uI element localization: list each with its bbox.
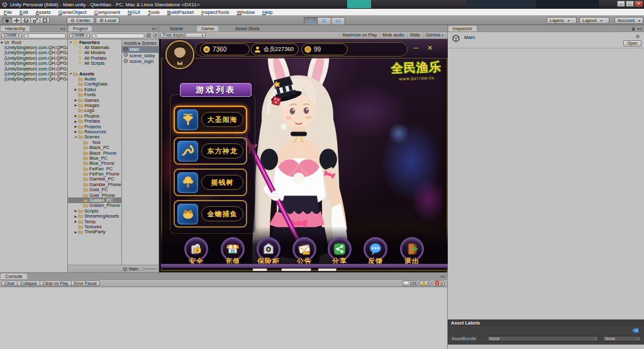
folder-item[interactable]: _Test	[68, 140, 121, 145]
console-button-collapse[interactable]: Collapse	[18, 280, 40, 286]
folder-item[interactable]: Logs	[68, 108, 121, 113]
menu-buildpacket[interactable]: BuildPacket	[164, 9, 197, 16]
folder-item[interactable]: All Prefabs	[68, 55, 121, 60]
hierarchy-item[interactable]: (UnitySingleton) com.QH.QPGam	[0, 45, 67, 50]
panel-menu-icon[interactable]: ▾≡	[60, 26, 66, 31]
layout-dropdown[interactable]: Layout▾	[579, 17, 609, 24]
nav-item-chat[interactable]: 反馈	[359, 237, 392, 266]
folder-item[interactable]: ▶Projects	[68, 124, 121, 129]
tab-project[interactable]: Project	[69, 26, 92, 32]
foldout-arrow-icon[interactable]: ▶	[74, 114, 78, 118]
play-button[interactable]	[304, 17, 318, 25]
folder-item[interactable]: ▶Images	[68, 102, 121, 108]
nav-item-exit[interactable]: 退出	[396, 237, 428, 266]
menu-edit[interactable]: Edit	[16, 9, 32, 16]
folder-item[interactable]: Blue_Phone	[68, 161, 121, 166]
window-minimize-button[interactable]: –	[617, 1, 625, 7]
console-warning-toggle[interactable]: 0	[419, 280, 431, 286]
hierarchy-item[interactable]: (UnitySingleton) com.QH.QPGam	[0, 66, 67, 71]
game-view-button-mute-audio[interactable]: Mute audio	[379, 33, 407, 38]
folder-item[interactable]: All Models	[68, 50, 121, 55]
hierarchy-item[interactable]: (UnitySingleton) com.QH.QPGam	[0, 50, 67, 55]
foldout-arrow-icon[interactable]: ▼	[69, 72, 73, 75]
hierarchy-item[interactable]: (UnitySingleton) com.QH.QPGam	[0, 77, 67, 82]
splitter[interactable]	[67, 25, 68, 272]
folder-item[interactable]: ▼Scenes	[68, 135, 121, 140]
account-dropdown[interactable]: Account▾	[614, 17, 643, 24]
nav-item-lock[interactable]: 安全	[180, 237, 213, 266]
folder-item[interactable]: ▶ThirdParty	[68, 230, 121, 235]
foldout-arrow-icon[interactable]: ▶	[74, 130, 78, 133]
hierarchy-search-input[interactable]	[31, 33, 64, 38]
move-tool-button[interactable]	[12, 17, 21, 24]
folder-item[interactable]: Golden_Phone	[68, 203, 121, 208]
nav-item-envelope[interactable]: 公告	[288, 237, 321, 266]
folder-item[interactable]: Blue_PC	[68, 155, 121, 160]
folder-item[interactable]: Black_PC	[68, 145, 121, 150]
hierarchy-item[interactable]: (UnitySingleton) com.QH.QPGam	[0, 61, 67, 66]
window-maximize-button[interactable]: □	[626, 1, 634, 7]
panel-menu-icon[interactable]: ▾≡	[440, 274, 446, 279]
step-button[interactable]	[331, 17, 345, 25]
foldout-arrow-icon[interactable]: ▶	[74, 125, 78, 128]
menu-ngui[interactable]: NGUI	[124, 9, 144, 16]
foldout-arrow-icon[interactable]: ▶	[74, 209, 78, 213]
folder-item[interactable]: Fonts	[68, 92, 121, 97]
folder-item[interactable]: All Scripts	[68, 61, 121, 66]
project-search-input[interactable]	[99, 33, 142, 38]
foldout-arrow-icon[interactable]: ▶	[74, 214, 78, 218]
foldout-arrow-icon[interactable]: ▶	[74, 98, 78, 102]
lock-icon[interactable]	[631, 26, 635, 31]
folder-item[interactable]: Audio	[68, 76, 121, 81]
console-button-error-pause[interactable]: Error Pause	[72, 280, 100, 286]
folder-item[interactable]: ▶Editor	[68, 87, 121, 92]
aspect-dropdown[interactable]: Free Aspect▾	[160, 33, 206, 38]
game-button-golden-toad[interactable]: 金蟾捕鱼	[174, 200, 247, 228]
assetbundle-dropdown[interactable]: None▾	[487, 336, 599, 341]
foldout-arrow-icon[interactable]: ▼	[74, 135, 78, 139]
folder-item[interactable]: Black_Phone	[68, 150, 121, 155]
game-view-button-maximize-on-play[interactable]: Maximize on Play	[339, 33, 379, 38]
folder-item[interactable]: ▶Prefabs	[68, 118, 121, 123]
nav-item-safe[interactable]: 保险柜	[252, 237, 285, 266]
menu-gameobject[interactable]: GameObject	[55, 9, 91, 16]
hierarchy-item[interactable]: (UnitySingleton) com.QH.QPGam	[0, 71, 67, 76]
console-button-clear[interactable]: Clear	[1, 280, 18, 286]
folder-item[interactable]: ▶Games	[68, 97, 121, 102]
tab-scene[interactable]: Scene	[165, 26, 187, 32]
folder-item[interactable]: ▼Favorites	[68, 40, 121, 45]
project-create-dropdown[interactable]: Create▾	[69, 33, 90, 38]
project-searchbox[interactable]	[92, 33, 145, 38]
nav-item-shop[interactable]: 充值	[216, 237, 249, 266]
folder-item[interactable]: ▼Assets	[68, 71, 121, 76]
foldout-arrow-icon[interactable]: ▶	[74, 119, 78, 123]
menu-window[interactable]: Window	[233, 9, 258, 16]
menu-assets[interactable]: Assets	[32, 9, 55, 16]
open-scene-button[interactable]: Open	[623, 40, 641, 47]
game-button-dragon[interactable]: 东方神龙	[174, 137, 247, 165]
folder-item[interactable]: ConfigData	[68, 82, 121, 87]
folder-item[interactable]: Textures	[68, 224, 121, 229]
foldout-arrow-icon[interactable]: ▶	[0, 40, 4, 44]
foldout-arrow-icon[interactable]: ▶	[74, 219, 78, 223]
pause-button[interactable]	[318, 17, 331, 25]
folder-item[interactable]: Golden_PC	[68, 197, 121, 202]
splitter[interactable]	[158, 25, 159, 272]
game-close-button[interactable]: ✕	[425, 44, 435, 53]
menu-help[interactable]: Help	[258, 9, 276, 16]
game-view-button-stats[interactable]: Stats	[407, 33, 423, 38]
hierarchy-searchbox[interactable]	[24, 33, 66, 38]
folder-item[interactable]: FeiFan_PC	[68, 166, 121, 171]
menu-tools[interactable]: Tools	[144, 9, 164, 16]
console-error-toggle[interactable]: 0	[433, 280, 445, 286]
foldout-arrow-icon[interactable]: ▶	[74, 103, 78, 107]
console-info-toggle[interactable]: 156	[402, 280, 418, 286]
panel-menu-icon[interactable]: ▾≡	[637, 26, 643, 31]
folder-item[interactable]: All Materials	[68, 45, 121, 50]
game-minimize-button[interactable]: ─	[411, 44, 421, 53]
folder-item[interactable]: FeiFan_Phone	[68, 171, 121, 176]
folder-item[interactable]: ▶Resources	[68, 129, 121, 134]
game-button-monkey-king[interactable]: 大圣闹海	[174, 106, 247, 133]
menu-file[interactable]: File	[0, 9, 16, 16]
space-toggle-button[interactable]: Local	[96, 17, 120, 24]
